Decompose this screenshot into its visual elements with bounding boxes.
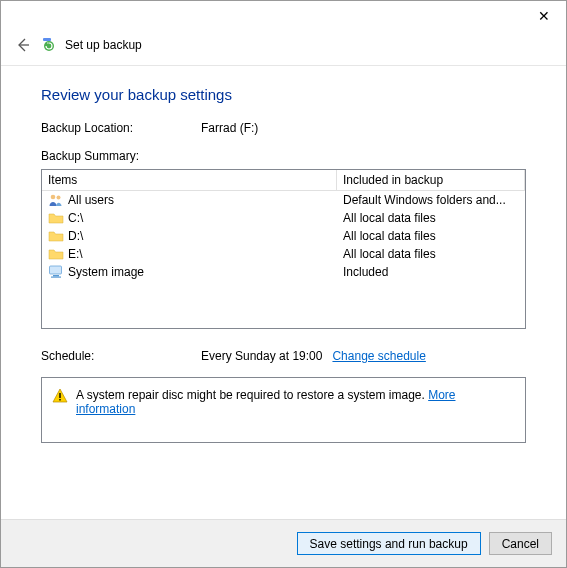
svg-rect-2 (43, 38, 51, 41)
change-schedule-link[interactable]: Change schedule (332, 349, 425, 363)
schedule-row: Schedule: Every Sunday at 19:00 Change s… (41, 349, 526, 363)
backup-location-row: Backup Location: Farrad (F:) (41, 121, 526, 135)
svg-rect-8 (59, 393, 60, 398)
list-item-label: System image (68, 265, 144, 279)
list-item-label: D:\ (68, 229, 83, 243)
backup-summary-list[interactable]: Items Included in backup All users Defau… (41, 169, 526, 329)
close-button[interactable]: ✕ (522, 1, 566, 31)
svg-point-4 (57, 196, 61, 200)
content-area: Review your backup settings Backup Locat… (1, 66, 566, 443)
table-row[interactable]: System image Included (42, 263, 525, 281)
backup-location-label: Backup Location: (41, 121, 201, 135)
column-header-items[interactable]: Items (42, 170, 337, 191)
cancel-button[interactable]: Cancel (489, 532, 552, 555)
svg-point-3 (51, 195, 56, 200)
table-row[interactable]: All users Default Windows folders and... (42, 191, 525, 209)
schedule-label: Schedule: (41, 349, 201, 363)
backup-location-value: Farrad (F:) (201, 121, 258, 135)
folder-icon (48, 246, 64, 262)
list-item-label: All users (68, 193, 114, 207)
backup-summary-label: Backup Summary: (41, 149, 526, 163)
list-item-label: C:\ (68, 211, 83, 225)
svg-rect-7 (51, 277, 61, 278)
users-icon (48, 192, 64, 208)
list-item-included: Default Windows folders and... (337, 193, 525, 207)
backup-wizard-icon (41, 37, 57, 53)
table-row[interactable]: E:\ All local data files (42, 245, 525, 263)
dialog-footer: Save settings and run backup Cancel (1, 519, 566, 567)
save-and-run-button[interactable]: Save settings and run backup (297, 532, 481, 555)
schedule-value-wrap: Every Sunday at 19:00 Change schedule (201, 349, 426, 363)
svg-rect-9 (59, 399, 60, 401)
page-title: Review your backup settings (41, 86, 526, 103)
warning-box: A system repair disc might be required t… (41, 377, 526, 443)
warning-text: A system repair disc might be required t… (76, 388, 428, 402)
list-header: Items Included in backup (42, 170, 525, 191)
svg-rect-5 (50, 266, 62, 274)
warning-text-wrap: A system repair disc might be required t… (76, 388, 515, 416)
column-header-included[interactable]: Included in backup (337, 170, 525, 191)
list-item-included: All local data files (337, 247, 525, 261)
table-row[interactable]: C:\ All local data files (42, 209, 525, 227)
list-item-label: E:\ (68, 247, 83, 261)
table-row[interactable]: D:\ All local data files (42, 227, 525, 245)
wizard-header: Set up backup (1, 31, 566, 66)
back-icon[interactable] (13, 35, 33, 55)
folder-icon (48, 228, 64, 244)
wizard-title: Set up backup (65, 38, 142, 52)
titlebar: ✕ (1, 1, 566, 31)
schedule-value: Every Sunday at 19:00 (201, 349, 322, 363)
system-image-icon (48, 264, 64, 280)
warning-icon (52, 388, 68, 404)
svg-rect-6 (53, 275, 59, 277)
list-item-included: All local data files (337, 229, 525, 243)
folder-icon (48, 210, 64, 226)
list-item-included: All local data files (337, 211, 525, 225)
list-item-included: Included (337, 265, 525, 279)
